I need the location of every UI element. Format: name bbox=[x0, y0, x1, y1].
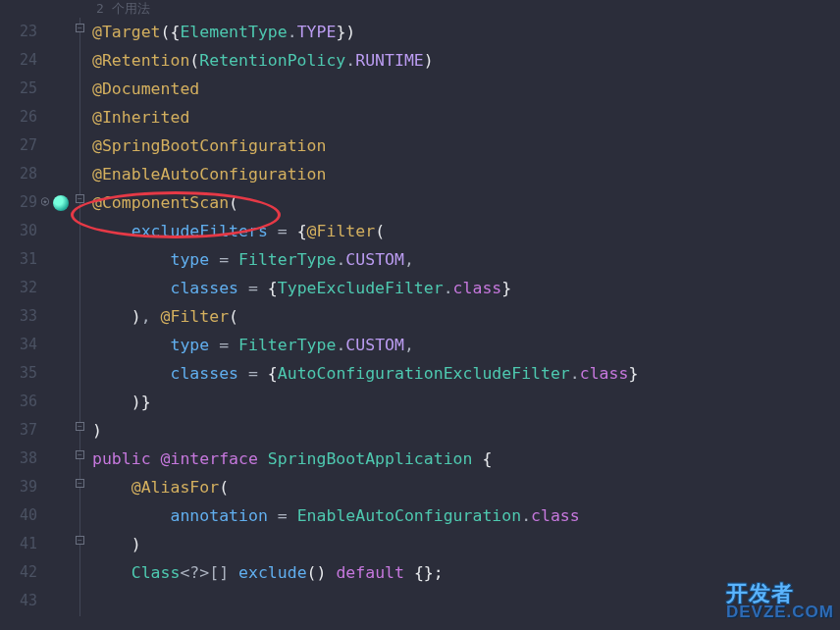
token: @Filter bbox=[161, 307, 230, 326]
line-number: 28 bbox=[0, 160, 37, 188]
token: () bbox=[307, 563, 337, 582]
code-line[interactable]: excludeFilters = {@Filter( bbox=[92, 217, 840, 245]
token: = bbox=[209, 336, 238, 354]
code-line[interactable]: public @interface SpringBootApplication … bbox=[92, 445, 840, 473]
token: { bbox=[268, 364, 278, 383]
token: ) bbox=[345, 23, 355, 41]
code-line[interactable]: ), @Filter( bbox=[92, 302, 840, 331]
fold-icon[interactable]: − bbox=[76, 194, 84, 203]
token: classes bbox=[170, 364, 238, 383]
token: class bbox=[580, 364, 629, 383]
token: @AliasFor bbox=[131, 478, 219, 497]
code-line[interactable]: @Retention(RetentionPolicy.RUNTIME) bbox=[92, 46, 840, 75]
token: SpringBootApplication bbox=[268, 449, 473, 468]
token: { bbox=[170, 23, 180, 41]
token: TypeExcludeFilter bbox=[278, 279, 444, 297]
usage-hint[interactable]: 2 个用法 bbox=[92, 0, 840, 18]
code-line[interactable]: annotation = EnableAutoConfiguration.cla… bbox=[92, 501, 840, 530]
bean-marker-icon[interactable] bbox=[53, 195, 69, 211]
token: { bbox=[482, 449, 492, 468]
code-line[interactable]: @ComponentScan( bbox=[92, 188, 840, 217]
code-line[interactable]: ) bbox=[92, 530, 840, 558]
code-line[interactable]: @Inherited bbox=[92, 103, 840, 131]
token: ) bbox=[92, 421, 102, 440]
token: CUSTOM bbox=[345, 250, 404, 269]
gutter-icon[interactable]: ⍟ bbox=[41, 194, 49, 209]
token: @Inherited bbox=[92, 108, 189, 127]
line-number: 31 bbox=[0, 245, 37, 274]
token: @SpringBootConfiguration bbox=[92, 136, 326, 155]
token: = bbox=[238, 279, 268, 297]
code-line[interactable]: classes = {TypeExcludeFilter.class} bbox=[92, 274, 840, 302]
token: TYPE bbox=[297, 23, 337, 41]
token: RUNTIME bbox=[355, 51, 424, 70]
code-line[interactable]: classes = {AutoConfigurationExcludeFilte… bbox=[92, 359, 840, 388]
fold-icon[interactable]: − bbox=[76, 450, 84, 459]
token: Class bbox=[131, 563, 181, 582]
token: = bbox=[268, 506, 297, 525]
line-number: 24 bbox=[0, 46, 37, 75]
token: exclude bbox=[238, 563, 307, 582]
line-number: 37 bbox=[0, 416, 37, 445]
code-editor[interactable]: 2324252627282930313233343536373839404142… bbox=[0, 0, 840, 630]
line-number: 29 bbox=[0, 188, 37, 217]
code-area[interactable]: 2 个用法 @Target({ElementType.TYPE})@Retent… bbox=[88, 0, 840, 630]
token: , bbox=[404, 336, 414, 354]
token: RetentionPolicy bbox=[199, 51, 345, 70]
fold-icon[interactable]: − bbox=[76, 479, 84, 488]
token: @interface bbox=[161, 449, 258, 468]
line-number: 33 bbox=[0, 302, 37, 331]
code-line[interactable]: @SpringBootConfiguration bbox=[92, 131, 840, 160]
code-line[interactable]: @Documented bbox=[92, 75, 840, 103]
token: @Retention bbox=[92, 51, 189, 70]
line-number: 27 bbox=[0, 131, 37, 160]
token: @Filter bbox=[307, 222, 376, 240]
watermark: 开发者 DEVZE.COM bbox=[726, 584, 834, 620]
token: , bbox=[141, 307, 161, 326]
token: ) bbox=[131, 535, 141, 553]
token: annotation bbox=[170, 506, 267, 525]
fold-column: − − − − − − bbox=[75, 0, 88, 630]
token bbox=[472, 449, 482, 468]
token: } bbox=[628, 364, 638, 383]
token: {}; bbox=[414, 563, 444, 582]
code-line[interactable]: @AliasFor( bbox=[92, 473, 840, 501]
token: . bbox=[288, 23, 297, 41]
code-line[interactable]: ) bbox=[92, 416, 840, 445]
code-line[interactable]: )} bbox=[92, 388, 840, 416]
token: . bbox=[336, 250, 345, 269]
token: ( bbox=[161, 23, 171, 41]
fold-icon[interactable]: − bbox=[76, 422, 84, 431]
line-number: 35 bbox=[0, 359, 37, 388]
token: classes bbox=[170, 279, 238, 297]
token: ( bbox=[189, 51, 199, 70]
token: EnableAutoConfiguration bbox=[297, 506, 521, 525]
token: } bbox=[141, 393, 151, 411]
token: = bbox=[238, 364, 268, 383]
marker-column: ⍟ bbox=[51, 0, 75, 630]
token: ( bbox=[229, 193, 238, 212]
token: { bbox=[297, 222, 307, 240]
code-line[interactable]: type = FilterType.CUSTOM, bbox=[92, 245, 840, 274]
token: @ComponentScan bbox=[92, 193, 229, 212]
token: FilterType bbox=[238, 250, 336, 269]
token bbox=[258, 449, 268, 468]
line-number: 34 bbox=[0, 331, 37, 359]
token: type bbox=[170, 250, 209, 269]
token: <?>[] bbox=[180, 563, 238, 582]
code-line[interactable]: @Target({ElementType.TYPE}) bbox=[92, 18, 840, 46]
token: CUSTOM bbox=[345, 336, 404, 354]
token: class bbox=[453, 279, 502, 297]
token: . bbox=[444, 279, 453, 297]
code-line[interactable]: @EnableAutoConfiguration bbox=[92, 160, 840, 188]
code-line[interactable]: type = FilterType.CUSTOM, bbox=[92, 331, 840, 359]
token: ElementType bbox=[180, 23, 287, 41]
token: = bbox=[268, 222, 297, 240]
line-gutter: 2324252627282930313233343536373839404142… bbox=[0, 0, 51, 630]
fold-icon[interactable]: − bbox=[76, 536, 84, 545]
token: } bbox=[336, 23, 345, 41]
line-number: 23 bbox=[0, 18, 37, 46]
fold-icon[interactable]: − bbox=[76, 24, 84, 32]
token: { bbox=[268, 279, 278, 297]
token: ( bbox=[219, 478, 229, 497]
